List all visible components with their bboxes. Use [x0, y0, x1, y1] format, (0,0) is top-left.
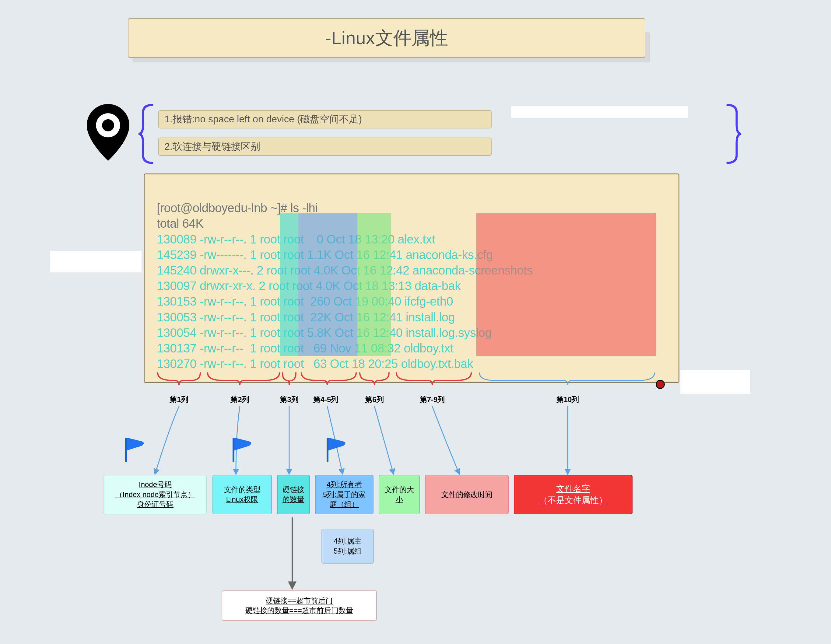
desc-col10-text: 文件名字（不是文件属性）: [539, 483, 607, 506]
col-label-10: 第10列: [543, 395, 592, 404]
desc-hardlink-text: 硬链接==超市前后门硬链接的数量===超市前后门数量: [245, 596, 353, 616]
desc-col10: 文件名字（不是文件属性）: [514, 475, 632, 514]
col-label-1: 第1列: [154, 395, 203, 404]
desc-col4-sub: 4列:属主5列:属组: [322, 529, 374, 564]
hl-col10: [476, 213, 656, 356]
node-dot-icon: [656, 380, 665, 389]
col-label-2: 第2列: [215, 395, 264, 404]
desc-col1-text: Inode号码（Index node索引节点）身份证号码: [115, 480, 196, 509]
hl-col3: [280, 213, 298, 356]
terminal-prompt: [root@oldboyedu-lnb ~]# ls -lhi: [157, 201, 318, 215]
desc-col3: 硬链接的数量: [277, 475, 310, 514]
flag-icon-3: [325, 435, 349, 463]
svg-rect-4: [326, 438, 328, 462]
bullet-1: 1.报错:no space left on device (磁盘空间不足): [158, 110, 492, 129]
hl-col4-5: [298, 213, 357, 356]
title-box: -Linux文件属性: [128, 18, 645, 58]
terminal-total: total 64K: [157, 217, 203, 230]
desc-col3-text: 硬链接的数量: [282, 485, 304, 505]
white-rect-1: [511, 106, 688, 118]
title-text: -Linux文件属性: [325, 26, 448, 51]
desc-hardlink: 硬链接==超市前后门硬链接的数量===超市前后门数量: [221, 590, 377, 621]
col-label-5: 第6列: [350, 395, 399, 404]
svg-rect-2: [125, 438, 127, 462]
brace-left-icon: [137, 103, 155, 165]
desc-col6: 文件的大小: [379, 475, 420, 514]
row-8: 130270 -rw-r--r--. 1 root root 63 Oct 18…: [157, 357, 473, 370]
desc-col2: 文件的类型Linux权限: [212, 475, 272, 514]
location-pin-icon: [87, 103, 129, 161]
desc-col7-text: 文件的修改时间: [441, 490, 492, 499]
col-label-4: 第4-5列: [301, 395, 350, 404]
desc-col6-text: 文件的大小: [385, 485, 414, 505]
white-rect-3: [680, 370, 750, 394]
svg-point-1: [102, 119, 114, 132]
hl-col6: [357, 213, 391, 356]
flag-icon-1: [123, 435, 148, 463]
desc-col7: 文件的修改时间: [425, 475, 509, 514]
desc-col4-text: 4列:所有者5列:属于的家庭（组）: [323, 480, 366, 509]
brace-right-icon: [724, 103, 743, 165]
bullet-2: 2.软连接与硬链接区别: [158, 138, 492, 156]
desc-col4: 4列:所有者5列:属于的家庭（组）: [315, 475, 374, 514]
flag-icon-2: [231, 435, 255, 463]
desc-col2-text: 文件的类型Linux权限: [224, 485, 261, 505]
desc-col1: Inode号码（Index node索引节点）身份证号码: [103, 475, 207, 514]
col-label-6: 第7-9列: [408, 395, 457, 404]
white-rect-2: [50, 251, 142, 272]
svg-rect-3: [232, 438, 234, 462]
desc-col4-sub-text: 4列:属主5列:属组: [334, 536, 361, 556]
